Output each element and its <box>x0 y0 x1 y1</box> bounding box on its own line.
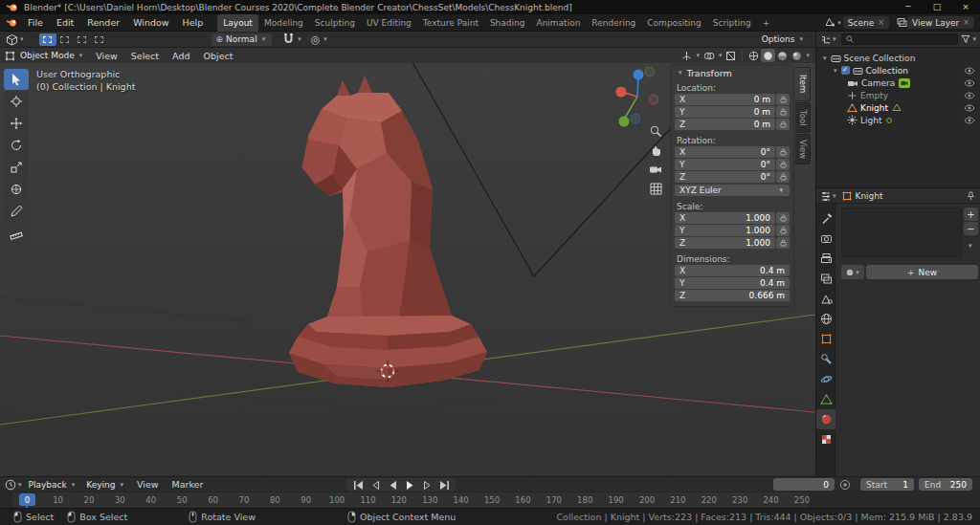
tab-item[interactable]: Item <box>795 67 811 101</box>
lock-icon[interactable] <box>776 212 790 224</box>
gizmo-z-axis[interactable] <box>634 70 644 80</box>
cursor-tool[interactable] <box>4 91 29 112</box>
pin-icon[interactable] <box>967 191 975 201</box>
rotate-tool[interactable] <box>4 135 29 156</box>
next-keyframe-button[interactable] <box>418 479 435 492</box>
menu-viewport-add[interactable]: Add <box>166 51 196 61</box>
shading-wireframe-icon[interactable] <box>746 51 761 61</box>
measure-tool[interactable] <box>4 223 29 244</box>
overlays-toggle-icon[interactable] <box>702 51 717 61</box>
mesh-data-icon[interactable] <box>892 103 902 112</box>
menu-file[interactable]: File <box>21 17 50 28</box>
navigation-gizmo[interactable] <box>605 67 666 128</box>
browse-material-icon[interactable]: ▾ <box>841 265 864 279</box>
workspace-tab-scripting[interactable]: Scripting <box>707 14 757 32</box>
transform-panel-header[interactable]: ▾ Transform <box>675 65 790 80</box>
select-box-tool[interactable] <box>4 69 29 90</box>
select-extend-icon[interactable] <box>56 33 74 46</box>
workspace-tab-shading[interactable]: Shading <box>484 14 531 32</box>
workspace-tab-texture-paint[interactable]: Texture Paint <box>417 14 484 32</box>
rotation-z-field[interactable]: Z0° <box>675 171 775 183</box>
workspace-tab-rendering[interactable]: Rendering <box>586 14 641 32</box>
outliner-row-knight[interactable]: Knight <box>816 101 980 114</box>
workspace-tab-compositing[interactable]: Compositing <box>641 14 706 32</box>
workspace-tab-animation[interactable]: Animation <box>530 14 586 32</box>
editor-type-icon[interactable] <box>6 33 18 46</box>
select-new-icon[interactable] <box>39 33 56 46</box>
scale-tool[interactable] <box>4 157 29 178</box>
workspace-tab-sculpting[interactable]: Sculpting <box>309 14 361 32</box>
workspace-tab-uv-editing[interactable]: UV Editing <box>361 14 417 32</box>
eye-icon[interactable] <box>964 79 975 87</box>
menu-edit[interactable]: Edit <box>50 17 80 28</box>
lock-icon[interactable] <box>776 237 790 249</box>
outliner-row-scene-collection[interactable]: ▾ Scene Collection <box>816 52 980 64</box>
scale-z-field[interactable]: Z1.000 <box>675 237 775 249</box>
timeline-view-menu[interactable]: View <box>130 479 166 490</box>
shading-rendered-icon[interactable] <box>790 51 804 61</box>
gizmo-y-axis[interactable] <box>619 117 630 127</box>
tab-output[interactable] <box>816 249 835 269</box>
jump-to-start-button[interactable] <box>349 479 367 492</box>
expand-icon[interactable]: ▾ <box>834 67 837 75</box>
remove-slot-button[interactable]: − <box>964 222 978 235</box>
outliner-row-camera[interactable]: Camera <box>816 77 980 89</box>
camera-view-icon[interactable] <box>649 163 663 177</box>
tab-view-layer[interactable] <box>816 269 835 289</box>
collapse-icon[interactable]: ▾ <box>679 69 682 77</box>
lock-icon[interactable] <box>776 146 790 158</box>
play-button[interactable] <box>401 479 418 492</box>
location-y-field[interactable]: Y0 m <box>675 106 775 118</box>
menu-viewport-view[interactable]: View <box>89 51 124 61</box>
gizmo-x-axis[interactable] <box>616 87 627 98</box>
end-frame-field[interactable]: End250 <box>919 478 972 491</box>
gizmo-z-neg[interactable] <box>631 114 640 123</box>
ortho-grid-icon[interactable] <box>649 182 663 196</box>
view-layer-selector[interactable]: View Layer× <box>907 16 974 29</box>
location-x-field[interactable]: X0 m <box>675 94 775 105</box>
timeline-editor-icon[interactable] <box>5 479 16 491</box>
tab-tool[interactable]: Tool <box>795 102 811 133</box>
scene-selector[interactable]: Scene× <box>843 16 889 29</box>
camera-data-icon[interactable] <box>899 78 910 88</box>
unlink-scene-icon[interactable]: × <box>878 18 884 27</box>
prev-keyframe-button[interactable] <box>367 479 384 492</box>
tab-render[interactable] <box>816 229 835 249</box>
pan-hand-icon[interactable] <box>649 143 663 158</box>
new-material-button[interactable]: +New <box>866 265 978 279</box>
start-frame-field[interactable]: Start1 <box>860 478 914 491</box>
move-tool[interactable] <box>4 113 29 134</box>
workspace-tab-modeling[interactable]: Modeling <box>258 14 309 32</box>
filter-icon[interactable] <box>961 34 970 44</box>
current-frame-marker[interactable]: 0 <box>19 493 35 506</box>
minimize-button[interactable]: ─ <box>894 0 923 14</box>
jump-to-end-button[interactable] <box>435 479 453 492</box>
tab-modifiers[interactable] <box>816 349 835 369</box>
unlink-view-layer-icon[interactable]: × <box>963 18 969 27</box>
location-z-field[interactable]: Z0 m <box>675 119 775 130</box>
annotate-tool[interactable] <box>4 201 29 222</box>
blender-logo-icon[interactable] <box>6 17 18 28</box>
slot-specials-menu[interactable]: ▾ <box>969 242 972 250</box>
scale-x-field[interactable]: X1.000 <box>675 212 775 224</box>
gizmo-x-neg[interactable] <box>649 95 658 104</box>
eye-icon[interactable] <box>964 92 975 99</box>
properties-editor-icon[interactable] <box>820 190 831 201</box>
auto-keying-icon[interactable] <box>839 479 851 491</box>
shading-solid-icon[interactable] <box>761 49 775 62</box>
playback-menu[interactable]: Playback▾ <box>24 478 82 491</box>
gizmos-toggle-icon[interactable] <box>679 51 694 61</box>
lock-icon[interactable] <box>776 119 790 130</box>
select-subtract-icon[interactable] <box>74 33 91 46</box>
zoom-icon[interactable] <box>649 124 663 139</box>
scale-y-field[interactable]: Y1.000 <box>675 225 775 236</box>
tab-world[interactable] <box>816 309 835 329</box>
tab-object-data[interactable] <box>816 389 835 409</box>
snap-magnet-icon[interactable] <box>281 33 296 45</box>
xray-toggle-icon[interactable] <box>724 51 738 61</box>
menu-viewport-object[interactable]: Object <box>196 51 239 61</box>
options-dropdown[interactable]: Options▾ <box>757 33 810 46</box>
tab-material[interactable] <box>816 409 835 429</box>
menu-viewport-select[interactable]: Select <box>124 51 166 61</box>
timeline-ruler[interactable]: 0102030405060708090100110120130140150160… <box>0 492 980 508</box>
